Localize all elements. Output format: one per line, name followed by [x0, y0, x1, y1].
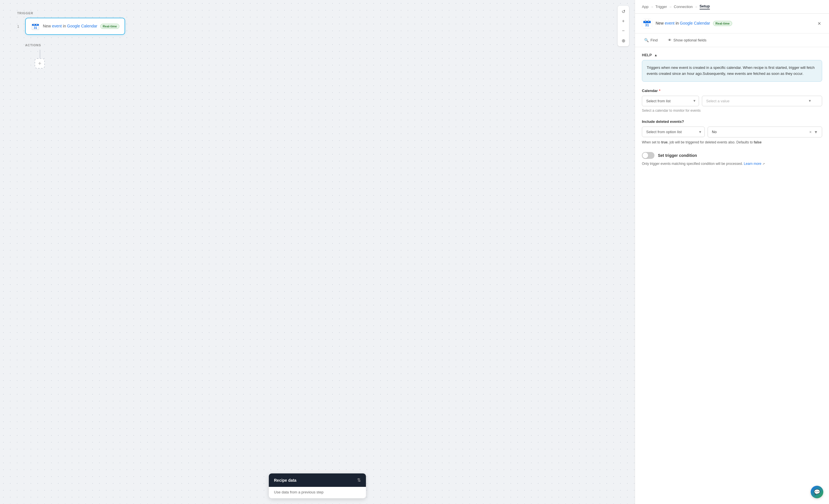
chevron-up-icon: ▲ — [654, 53, 658, 57]
deleted-events-field-label: Include deleted events? — [642, 119, 822, 124]
deleted-events-hint: When set to true, job will be triggered … — [642, 140, 822, 145]
connector-line — [40, 50, 40, 58]
sort-icon: ⇅ — [357, 477, 361, 483]
help-header[interactable]: HELP ▲ — [642, 53, 822, 57]
refresh-button[interactable]: ↺ — [619, 7, 627, 15]
svg-rect-8 — [36, 23, 37, 25]
fit-button[interactable]: ⊕ — [619, 37, 627, 44]
nav-step-app[interactable]: App — [642, 5, 648, 9]
recipe-data-subtitle: Use data from a previous step — [274, 490, 323, 494]
panel-nav: App → Trigger → Connection → Setup — [635, 0, 829, 14]
step-number: 1 — [17, 24, 22, 29]
calendar-value-chevron-icon: ▼ — [808, 99, 812, 103]
hint-false: false — [754, 140, 762, 144]
trigger-condition-label: Set trigger condition — [658, 153, 697, 158]
calendar-field-label: Calendar * — [642, 88, 822, 93]
clear-icon[interactable]: × — [809, 130, 812, 134]
calendar-field-row: Select from list ▼ Select a value ▼ — [642, 96, 822, 106]
find-button[interactable]: 🔍 Find — [642, 37, 660, 43]
nav-step-setup[interactable]: Setup — [699, 4, 710, 9]
learn-more-link[interactable]: Learn more — [744, 162, 761, 166]
calendar-field-section: Calendar * Select from list ▼ Select a v… — [642, 88, 822, 113]
recipe-data-body: Use data from a previous step — [269, 487, 366, 498]
panel-header-icon: 31 — [642, 18, 652, 29]
panel-body: HELP ▲ Triggers when new event is create… — [635, 47, 829, 504]
nav-step-connection[interactable]: Connection — [674, 5, 693, 9]
deleted-events-value[interactable]: No × ▼ — [708, 127, 822, 137]
calendar-type-select-wrapper: Select from list ▼ — [642, 96, 699, 106]
close-button[interactable]: × — [817, 20, 822, 28]
node-text-in: in — [63, 24, 66, 28]
trigger-condition-row: Set trigger condition — [642, 152, 822, 159]
nav-arrow-3: → — [694, 5, 698, 9]
panel-header-left: 31 New event in Google Calendar Real-tim… — [642, 18, 732, 29]
canvas-toolbar: ↺ + − ⊕ — [618, 6, 629, 46]
svg-text:31: 31 — [645, 23, 649, 27]
chat-icon: 💬 — [814, 489, 820, 495]
trigger-section-label: TRIGGER — [17, 11, 618, 15]
node-text-new: New — [43, 24, 51, 28]
calendar-type-select[interactable]: Select from list — [642, 96, 699, 106]
node-text-event: event — [52, 24, 62, 28]
svg-rect-15 — [648, 20, 649, 22]
panel-title-in: in — [676, 21, 679, 26]
deleted-events-field-section: Include deleted events? Select from opti… — [642, 119, 822, 145]
gcal-icon: 31 — [31, 22, 40, 31]
panel-title-app: Google Calendar — [680, 21, 710, 26]
find-label: Find — [650, 38, 658, 42]
panel-realtime-badge: Real-time — [713, 21, 732, 26]
optional-fields-label: Show optional fields — [673, 38, 707, 42]
deleted-events-field-row: Select from option list ▼ No × ▼ — [642, 127, 822, 137]
required-star: * — [659, 88, 660, 93]
right-panel: App → Trigger → Connection → Setup 31 — [635, 0, 829, 504]
add-action-button[interactable]: + — [35, 58, 45, 69]
realtime-badge: Real-time — [100, 24, 120, 29]
help-content: Triggers when new event is created in a … — [642, 60, 822, 82]
svg-rect-7 — [34, 23, 35, 25]
trigger-condition-section: Set trigger condition Only trigger event… — [642, 152, 822, 167]
svg-text:31: 31 — [34, 26, 37, 29]
recipe-data-card: Recipe data ⇅ Use data from a previous s… — [269, 473, 366, 498]
trigger-condition-hint: Only trigger events matching specified c… — [642, 161, 822, 167]
deleted-events-value-chevron-icon: ▼ — [814, 130, 818, 134]
panel-toolbar: 🔍 Find 👁 Show optional fields — [635, 33, 829, 47]
svg-rect-5 — [32, 25, 39, 26]
chat-bubble[interactable]: 💬 — [811, 486, 823, 498]
panel-header-text: New event in Google Calendar Real-time — [656, 21, 732, 26]
canvas-area: ↺ + − ⊕ TRIGGER 1 31 — [0, 0, 635, 504]
optional-fields-button[interactable]: 👁 Show optional fields — [665, 37, 709, 43]
panel-title-new: New — [656, 21, 663, 26]
trigger-card[interactable]: 31 New event in Google Calendar Real-tim… — [25, 18, 125, 35]
help-section: HELP ▲ Triggers when new event is create… — [642, 53, 822, 82]
search-icon: 🔍 — [644, 38, 649, 42]
nav-arrow-1: → — [650, 5, 654, 9]
external-link-icon: ↗ — [762, 162, 765, 166]
recipe-data-title: Recipe data — [274, 478, 296, 482]
node-text-app: Google Calendar — [67, 24, 98, 28]
zoom-in-button[interactable]: + — [619, 17, 627, 25]
panel-header: 31 New event in Google Calendar Real-tim… — [635, 14, 829, 33]
panel-title-event: event — [665, 21, 675, 26]
toggle-knob — [643, 152, 648, 158]
calendar-field-hint: Select a calendar to monitor for events — [642, 109, 822, 113]
trigger-condition-toggle[interactable] — [642, 152, 654, 159]
recipe-data-header: Recipe data ⇅ — [269, 473, 366, 487]
svg-rect-14 — [645, 20, 646, 22]
help-text: Triggers when new event is created in a … — [647, 65, 815, 76]
nav-arrow-2: → — [669, 5, 672, 9]
calendar-value-placeholder: Select a value — [706, 99, 730, 103]
deleted-events-type-wrapper: Select from option list ▼ — [642, 127, 705, 137]
zoom-out-button[interactable]: − — [619, 27, 627, 35]
hint-true: true — [661, 140, 668, 144]
deleted-events-value-text: No — [712, 130, 717, 134]
actions-section: ACTIONS + — [25, 43, 618, 69]
nav-step-trigger[interactable]: Trigger — [655, 5, 667, 9]
trigger-node: 1 31 Ne — [17, 18, 618, 35]
deleted-events-value-actions: × ▼ — [809, 130, 818, 134]
eye-icon: 👁 — [668, 38, 672, 42]
actions-section-label: ACTIONS — [25, 43, 618, 47]
node-text: New event in Google Calendar Real-time — [43, 24, 119, 29]
calendar-value-select[interactable]: Select a value ▼ — [702, 96, 822, 106]
deleted-events-type-select[interactable]: Select from option list — [642, 127, 705, 137]
help-heading: HELP — [642, 53, 652, 57]
